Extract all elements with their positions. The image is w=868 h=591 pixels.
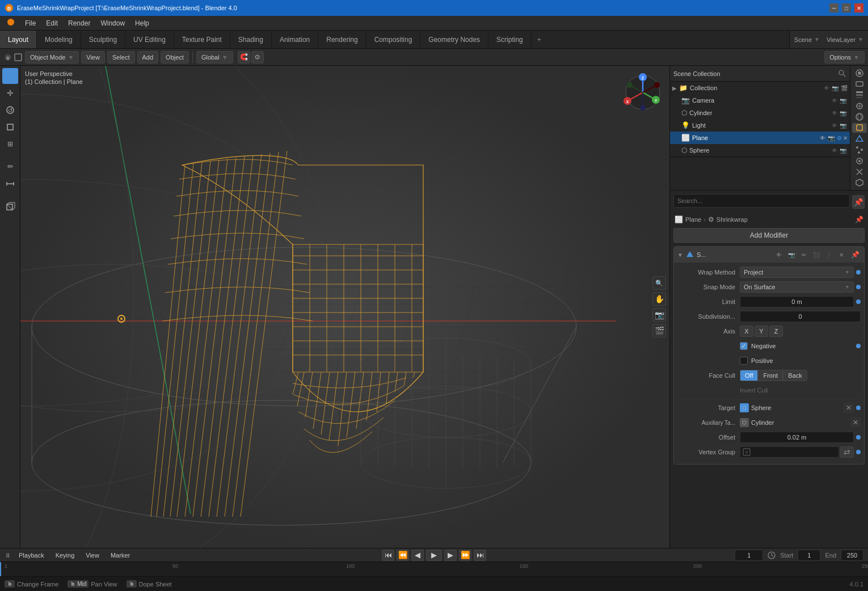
pan-icon[interactable]: ✋ xyxy=(652,292,666,306)
menu-file[interactable]: File xyxy=(20,18,40,29)
view-button-timeline[interactable]: View xyxy=(82,551,103,560)
outliner-sphere[interactable]: ⬡ Sphere 👁 📷 xyxy=(670,144,850,157)
options-button[interactable]: Options ▼ xyxy=(824,51,865,64)
tab-animation[interactable]: Animation xyxy=(272,31,318,48)
modifier-header[interactable]: ▼ S... 👁 📷 ✏ ⬛ ⋮ ✕ 📌 xyxy=(674,247,864,263)
view-layer-props-icon[interactable] xyxy=(852,90,867,100)
modifier-pin-icon[interactable]: 📌 xyxy=(849,249,861,260)
modifier-editmode-icon[interactable]: ✏ xyxy=(798,249,810,260)
positive-checkbox[interactable] xyxy=(740,357,748,365)
close-button[interactable]: ✕ xyxy=(854,3,863,12)
timeline-ruler[interactable]: 1 50 100 150 200 250 xyxy=(0,562,868,576)
modifier-render-icon[interactable]: 📷 xyxy=(786,249,797,260)
cursor-tool[interactable] xyxy=(2,68,18,84)
object-mode-button[interactable]: Object Mode ▼ xyxy=(25,51,79,64)
play-button[interactable]: ▶ xyxy=(426,550,442,561)
tab-rendering[interactable]: Rendering xyxy=(318,31,366,48)
modifier-pin-button[interactable]: 📌 xyxy=(852,195,865,209)
view-button[interactable]: View xyxy=(81,51,105,64)
render-props-icon[interactable] xyxy=(852,68,867,78)
tab-scripting[interactable]: Scripting xyxy=(488,31,532,48)
modifier-realtime-icon[interactable]: 👁 xyxy=(773,249,785,260)
move-tool[interactable]: ✛ xyxy=(2,85,18,101)
modifier-expand-icon[interactable]: ⬛ xyxy=(811,249,822,260)
modifier-unpin-button[interactable]: 📌 xyxy=(855,216,863,223)
next-frame-button[interactable]: ▶ xyxy=(444,550,457,561)
playback-button[interactable]: Playback xyxy=(15,551,48,560)
end-frame-field[interactable]: 250 xyxy=(841,550,863,561)
prev-frame-button[interactable]: ◀ xyxy=(411,550,424,561)
tab-shading[interactable]: Shading xyxy=(230,31,272,48)
subdivision-field[interactable]: 0 xyxy=(740,311,861,322)
output-props-icon[interactable] xyxy=(852,79,867,88)
offset-field[interactable]: 0.02 m xyxy=(740,432,854,443)
wrap-method-dropdown[interactable]: Project ▼ xyxy=(740,267,854,278)
modifier-search-input[interactable] xyxy=(673,194,850,208)
maximize-button[interactable]: □ xyxy=(842,3,851,12)
outliner-light[interactable]: 💡 Light 👁 📷 xyxy=(670,119,850,132)
vertex-group-pin[interactable] xyxy=(856,450,861,454)
data-props-icon[interactable] xyxy=(852,178,867,188)
outliner-camera[interactable]: 📷 Camera 👁 📷 xyxy=(670,94,850,107)
world-props-icon[interactable] xyxy=(852,112,867,121)
menu-blender[interactable] xyxy=(2,16,19,29)
limit-field[interactable]: 0 m xyxy=(740,296,854,307)
limit-pin[interactable] xyxy=(856,299,861,304)
axis-y-button[interactable]: Y xyxy=(755,326,768,337)
tab-texture-paint[interactable]: Texture Paint xyxy=(174,31,230,48)
menu-help[interactable]: Help xyxy=(130,18,154,29)
scene-selector[interactable]: Scene xyxy=(794,36,812,43)
tab-layout[interactable]: Layout xyxy=(0,31,37,48)
modifier-move-icon[interactable]: ⋮ xyxy=(823,249,835,260)
tab-modeling[interactable]: Modeling xyxy=(37,31,81,48)
current-frame-field[interactable]: 1 xyxy=(735,550,763,561)
rotate-tool[interactable]: ↺ xyxy=(2,102,18,118)
minimize-button[interactable]: ─ xyxy=(829,3,838,12)
tab-add-button[interactable]: + xyxy=(532,31,547,48)
modifier-props-icon[interactable] xyxy=(852,134,867,143)
face-cull-back-button[interactable]: Back xyxy=(783,370,807,381)
add-cube-tool[interactable] xyxy=(2,199,18,214)
target-pin[interactable] xyxy=(856,406,861,410)
modifier-delete-icon[interactable]: ✕ xyxy=(836,249,847,260)
start-frame-field[interactable]: 1 xyxy=(798,550,820,561)
keying-button[interactable]: Keying xyxy=(52,551,78,560)
proportional-edit-icon[interactable]: ⊙ xyxy=(251,51,264,64)
render-icon[interactable]: 🎬 xyxy=(652,324,666,337)
add-modifier-button[interactable]: Add Modifier xyxy=(673,228,865,243)
tab-compositing[interactable]: Compositing xyxy=(366,31,421,48)
snap-magnet-icon[interactable]: 🧲 xyxy=(238,51,250,64)
menu-render[interactable]: Render xyxy=(64,18,95,29)
target-clear-button[interactable]: ✕ xyxy=(844,403,854,413)
tab-sculpting[interactable]: Sculpting xyxy=(81,31,125,48)
offset-pin[interactable] xyxy=(856,435,861,440)
marker-button[interactable]: Marker xyxy=(107,551,133,560)
negative-checkbox[interactable]: ✓ xyxy=(740,342,748,350)
global-button[interactable]: Global ▼ xyxy=(196,51,233,64)
menu-window[interactable]: Window xyxy=(96,18,129,29)
scale-tool[interactable] xyxy=(2,119,18,135)
constraints-props-icon[interactable] xyxy=(852,167,867,176)
add-button[interactable]: Add xyxy=(137,51,159,64)
negative-pin[interactable] xyxy=(856,344,861,348)
prev-keyframe-button[interactable]: ⏪ xyxy=(397,550,409,561)
outliner-cylinder[interactable]: ⬡ Cylinder 👁 📷 xyxy=(670,107,850,119)
wrap-method-pin[interactable] xyxy=(856,270,861,275)
axis-z-button[interactable]: Z xyxy=(769,326,783,337)
jump-end-button[interactable]: ⏭ xyxy=(474,550,486,561)
scene-props-icon[interactable] xyxy=(852,101,867,111)
snap-mode-pin[interactable] xyxy=(856,285,861,289)
face-cull-front-button[interactable]: Front xyxy=(758,370,783,381)
physics-props-icon[interactable] xyxy=(852,156,867,166)
vertex-group-field[interactable]: V xyxy=(740,446,839,458)
menu-edit[interactable]: Edit xyxy=(41,18,62,29)
outliner-collection[interactable]: ▶ 📁 Collection 👁 📷 🎬 xyxy=(670,82,850,94)
select-button[interactable]: Select xyxy=(107,51,135,64)
axis-x-button[interactable]: X xyxy=(740,326,753,337)
vertex-group-flip-button[interactable]: ⇄ xyxy=(840,446,854,458)
camera-icon[interactable]: 📷 xyxy=(652,308,666,322)
outliner-plane[interactable]: ⬜ Plane 👁 📷 ⚙ ✕ xyxy=(670,132,850,144)
measure-tool[interactable] xyxy=(2,176,18,192)
tab-geometry-nodes[interactable]: Geometry Nodes xyxy=(420,31,488,48)
snap-mode-dropdown[interactable]: On Surface ▼ xyxy=(740,281,854,293)
